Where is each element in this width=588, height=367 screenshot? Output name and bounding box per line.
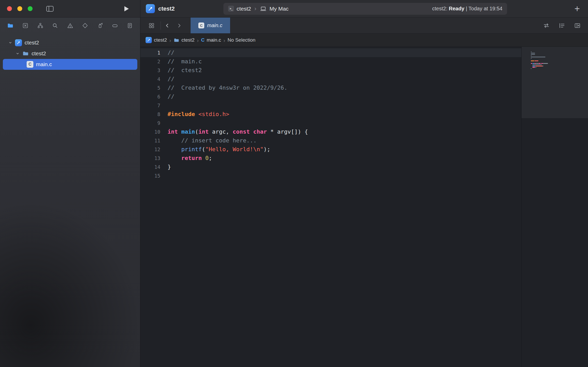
- code-token[interactable]: <stdio.h>: [198, 111, 229, 117]
- code-token[interactable]: printf: [181, 146, 202, 152]
- line-number[interactable]: 12: [140, 145, 160, 154]
- code-text[interactable]: }: [168, 163, 171, 171]
- zoom-window-button[interactable]: [28, 6, 33, 11]
- line-number[interactable]: 1: [140, 48, 160, 57]
- code-review-icon[interactable]: [558, 22, 566, 29]
- code-token[interactable]: [250, 128, 253, 135]
- code-text[interactable]: // ctest2: [168, 66, 202, 75]
- code-line[interactable]: 5// Created by 4nsw3r on 2022/9/26.: [140, 83, 521, 92]
- code-token[interactable]: //: [168, 93, 175, 100]
- code-token[interactable]: [178, 128, 181, 135]
- line-number[interactable]: 13: [140, 154, 160, 163]
- navigator-tab-symbols-icon[interactable]: [36, 21, 44, 30]
- code-line[interactable]: 7: [140, 101, 521, 110]
- code-token[interactable]: );: [263, 146, 270, 152]
- source-editor[interactable]: 1//2// main.c3// ctest24//5// Created by…: [140, 47, 521, 367]
- code-text[interactable]: // Created by 4nsw3r on 2022/9/26.: [168, 83, 288, 92]
- jumpbar-segment-group[interactable]: ctest2: [174, 37, 195, 43]
- code-token[interactable]: [168, 155, 181, 161]
- new-tab-button[interactable]: [572, 4, 583, 14]
- scheme-selector[interactable]: ctest2 My Mac: [228, 6, 289, 12]
- code-text[interactable]: //: [168, 75, 175, 83]
- code-line[interactable]: 12 printf("Hello, World!\n");: [140, 145, 521, 154]
- line-number[interactable]: 4: [140, 75, 160, 83]
- code-token[interactable]: // insert code here...: [181, 137, 257, 144]
- code-token[interactable]: int: [168, 128, 178, 135]
- code-token[interactable]: [168, 137, 181, 144]
- code-token[interactable]: (: [202, 146, 205, 152]
- code-token[interactable]: #include: [168, 111, 195, 117]
- line-number[interactable]: 11: [140, 136, 160, 145]
- code-token[interactable]: 0: [205, 155, 209, 161]
- code-text[interactable]: #include <stdio.h>: [168, 110, 229, 119]
- navigator-tab-project-icon[interactable]: [6, 21, 14, 30]
- code-token[interactable]: [168, 146, 181, 152]
- code-line[interactable]: 8#include <stdio.h>: [140, 110, 521, 119]
- disclosure-chevron-icon[interactable]: [8, 41, 13, 45]
- navigator-tab-source-control-icon[interactable]: [21, 21, 29, 30]
- code-token[interactable]: // main.c: [168, 58, 202, 65]
- line-number[interactable]: 10: [140, 127, 160, 136]
- code-text[interactable]: //: [168, 48, 175, 57]
- code-line[interactable]: 1//: [140, 48, 521, 57]
- code-text[interactable]: int main(int argc, const char * argv[]) …: [168, 127, 308, 136]
- code-token[interactable]: const: [233, 128, 250, 135]
- code-text[interactable]: return 0;: [168, 154, 212, 163]
- code-token[interactable]: [202, 155, 205, 161]
- adjust-editor-icon[interactable]: [542, 22, 550, 29]
- navigator-tab-tests-icon[interactable]: [81, 21, 89, 30]
- code-line[interactable]: 4//: [140, 75, 521, 83]
- code-line[interactable]: 6//: [140, 92, 521, 101]
- line-number[interactable]: 9: [140, 119, 160, 127]
- navigator-tab-issues-icon[interactable]: [66, 21, 74, 30]
- code-token[interactable]: * argv[]) {: [267, 128, 308, 135]
- code-line[interactable]: 2// main.c: [140, 57, 521, 66]
- navigator-tab-find-icon[interactable]: [51, 21, 59, 30]
- code-line[interactable]: 15: [140, 171, 521, 180]
- line-number[interactable]: 8: [140, 110, 160, 119]
- code-token[interactable]: char: [253, 128, 267, 135]
- code-token[interactable]: main: [181, 128, 195, 135]
- code-token[interactable]: ;: [209, 155, 212, 161]
- line-number[interactable]: 6: [140, 92, 160, 101]
- code-line[interactable]: 3// ctest2: [140, 66, 521, 75]
- tree-item-file-selected[interactable]: main.c: [3, 59, 137, 70]
- related-items-icon[interactable]: [148, 22, 155, 29]
- line-number[interactable]: 7: [140, 101, 160, 110]
- code-token[interactable]: }: [168, 164, 171, 170]
- minimap[interactable]: [521, 47, 588, 367]
- code-line[interactable]: 13 return 0;: [140, 154, 521, 163]
- jumpbar-segment-project[interactable]: ctest2: [146, 37, 167, 43]
- toggle-navigator-icon[interactable]: [46, 5, 54, 13]
- run-button[interactable]: [123, 5, 130, 13]
- go-back-icon[interactable]: [163, 22, 171, 29]
- line-number[interactable]: 2: [140, 57, 160, 66]
- code-token[interactable]: //: [168, 49, 175, 56]
- tab-main-c[interactable]: main.c: [190, 18, 230, 33]
- navigator-tab-debug-icon[interactable]: [96, 21, 104, 30]
- code-token[interactable]: int: [198, 128, 209, 135]
- disclosure-chevron-icon[interactable]: [15, 51, 20, 56]
- line-number[interactable]: 3: [140, 66, 160, 75]
- code-token[interactable]: //: [168, 76, 175, 82]
- scheme-name[interactable]: ctest2: [237, 6, 251, 12]
- scheme-destination[interactable]: My Mac: [269, 6, 289, 12]
- code-token[interactable]: // ctest2: [168, 67, 202, 73]
- code-token[interactable]: return: [181, 155, 202, 161]
- line-number[interactable]: 5: [140, 83, 160, 92]
- navigator-tab-breakpoints-icon[interactable]: [111, 21, 119, 30]
- code-text[interactable]: // main.c: [168, 57, 202, 66]
- add-editor-icon[interactable]: [574, 22, 581, 29]
- navigator-tab-reports-icon[interactable]: [126, 21, 134, 30]
- code-line[interactable]: 14}: [140, 163, 521, 171]
- code-token[interactable]: "Hello, World!\n": [205, 146, 263, 152]
- code-token[interactable]: argc,: [209, 128, 233, 135]
- jumpbar-segment-file[interactable]: main.c: [201, 37, 221, 43]
- jumpbar-segment-selection[interactable]: No Selection: [228, 37, 255, 43]
- go-forward-icon[interactable]: [175, 22, 183, 29]
- line-number[interactable]: 14: [140, 163, 160, 171]
- code-token[interactable]: // Created by 4nsw3r on 2022/9/26.: [168, 85, 288, 91]
- tree-item-group[interactable]: ctest2: [3, 48, 137, 59]
- code-text[interactable]: printf("Hello, World!\n");: [168, 145, 270, 154]
- code-text[interactable]: //: [168, 92, 175, 101]
